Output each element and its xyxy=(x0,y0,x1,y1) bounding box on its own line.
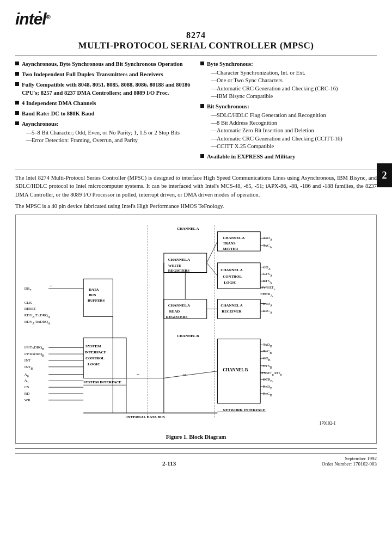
svg-text:CHANNEL A: CHANNEL A xyxy=(220,303,242,307)
description-para2: The MPSC is a 40 pin device fabricated u… xyxy=(15,202,377,210)
feature-duplex: Two Independent Full Duplex Transmitters… xyxy=(15,71,192,78)
features-col-right: Byte Synchronous: Character Synchronizat… xyxy=(200,60,377,163)
svg-text:REGISTERS: REGISTERS xyxy=(166,315,188,319)
svg-text:BUFFERS: BUFFERS xyxy=(88,298,105,302)
svg-text:CS: CS xyxy=(24,385,29,389)
bullet-icon xyxy=(15,72,19,76)
footer-date: September 1992 xyxy=(322,456,377,461)
bullet-icon xyxy=(15,111,19,115)
svg-text:CONTROL: CONTROL xyxy=(223,274,242,278)
svg-text:SYSTEM INTERFACE: SYSTEM INTERFACE xyxy=(83,380,121,384)
features-col-left: Asynchronous, Byte Synchronous and Bit S… xyxy=(15,60,192,163)
bullet-icon xyxy=(200,154,204,158)
svg-text:CHANNEL A: CHANNEL A xyxy=(168,303,190,307)
page: intel® 8274 MULTI-PROTOCOL SERIAL CONTRO… xyxy=(0,0,392,551)
svg-text:↔: ↔ xyxy=(136,371,140,376)
section-tab: 2 xyxy=(377,163,392,187)
footer-right: September 1992 Order Number: 170102-003 xyxy=(322,456,377,467)
feature-byte-sync: Byte Synchronous: Character Synchronizat… xyxy=(200,60,377,100)
svg-text:LOGIC: LOGIC xyxy=(88,362,100,366)
diagram-section: DB7 CLK RESET RDYA/TxDRQA RDYA/RxDRQA I/… xyxy=(15,215,377,444)
svg-text:170102-1: 170102-1 xyxy=(320,421,336,426)
svg-text:DATA: DATA xyxy=(89,287,99,291)
footer-order: Order Number: 170102-003 xyxy=(322,461,377,467)
svg-text:CHANNEL A: CHANNEL A xyxy=(223,236,244,240)
svg-text:CHANNEL A: CHANNEL A xyxy=(177,226,199,230)
svg-text:REGISTERS: REGISTERS xyxy=(168,268,190,272)
svg-text:TRANS: TRANS xyxy=(223,241,235,245)
intel-logo: intel® xyxy=(15,10,50,28)
bullet-icon xyxy=(15,101,19,105)
svg-text:WR: WR xyxy=(24,398,30,402)
svg-text:CHANNEL A: CHANNEL A xyxy=(168,258,190,261)
bullet-icon xyxy=(200,104,204,108)
page-number: 2-113 xyxy=(16,460,322,467)
description-section: The Intel 8274 Multi-Protocol Series Con… xyxy=(15,174,377,210)
bullet-icon xyxy=(15,82,19,86)
feature-async-byte: Asynchronous, Byte Synchronous and Bit S… xyxy=(15,60,192,68)
diagram-caption: Figure 1. Block Diagram xyxy=(19,434,373,440)
block-diagram-svg: DB7 CLK RESET RDYA/TxDRQA RDYA/RxDRQA I/… xyxy=(19,218,373,431)
svg-text:INT: INT xyxy=(24,358,31,362)
svg-text:INTERNAL DATA BUS: INTERNAL DATA BUS xyxy=(126,415,165,419)
svg-text:CHANNEL B: CHANNEL B xyxy=(223,368,248,372)
header-divider xyxy=(15,56,377,56)
feature-dma: 4 Independent DMA Channels xyxy=(15,100,192,107)
chip-title: MULTI-PROTOCOL SERIAL CONTROLLER (MPSC) xyxy=(15,40,377,51)
bullet-icon xyxy=(200,62,204,65)
svg-text:NETWORK INTERFACE: NETWORK INTERFACE xyxy=(223,407,266,411)
svg-text:READ: READ xyxy=(169,309,180,313)
svg-text:RESET: RESET xyxy=(24,307,36,310)
feature-bit-sync: Bit Synchronous: SDLC/HDLC Flag Generati… xyxy=(200,103,377,150)
title-block: 8274 MULTI-PROTOCOL SERIAL CONTROLLER (M… xyxy=(15,30,377,51)
features-divider xyxy=(15,169,377,169)
svg-text:CHANNEL B: CHANNEL B xyxy=(177,334,199,338)
footer-section: 2-113 September 1992 Order Number: 17010… xyxy=(15,453,377,467)
svg-text:↔: ↔ xyxy=(182,371,187,376)
svg-text:CONTROL: CONTROL xyxy=(85,356,105,360)
feature-express: Available in EXPRESS and Military xyxy=(200,153,377,161)
bullet-icon xyxy=(15,121,19,125)
svg-text:↔: ↔ xyxy=(49,284,52,287)
svg-text:CHANNEL A: CHANNEL A xyxy=(220,268,242,272)
description-para1: The Intel 8274 Multi-Protocol Series Con… xyxy=(15,174,377,199)
svg-text:WRITE: WRITE xyxy=(168,264,181,267)
feature-compat: Fully Compatible with 8048, 8051, 8085, … xyxy=(15,81,192,96)
svg-text:SYSTEM: SYSTEM xyxy=(85,344,101,348)
svg-text:CLK: CLK xyxy=(24,301,32,304)
svg-text:MITTER: MITTER xyxy=(223,247,238,250)
bullet-icon xyxy=(15,62,19,65)
feature-baud: Baud Rate: DC to 880K Baud xyxy=(15,110,192,118)
footer-divider xyxy=(15,448,377,449)
feature-async-detail: Asynchronous: 5–8 Bit Character; Odd, Ev… xyxy=(15,120,192,145)
svg-text:INTERFACE: INTERFACE xyxy=(84,350,106,354)
svg-text:RECEIVER: RECEIVER xyxy=(222,309,242,313)
chip-number: 8274 xyxy=(15,30,377,40)
svg-rect-0 xyxy=(19,220,373,429)
svg-text:LOGIC: LOGIC xyxy=(224,280,236,284)
features-section: Asynchronous, Byte Synchronous and Bit S… xyxy=(15,60,377,163)
svg-text:RD: RD xyxy=(24,391,30,395)
svg-text:BUS: BUS xyxy=(89,293,96,297)
